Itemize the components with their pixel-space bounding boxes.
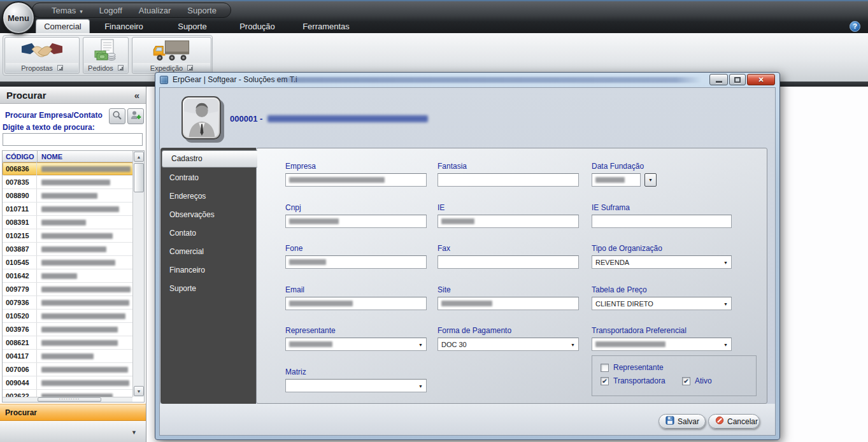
table-row[interactable]: 010520 <box>3 310 133 323</box>
vertical-scrollbar-thumb[interactable] <box>134 163 144 192</box>
close-button[interactable]: ✕ <box>747 74 775 85</box>
table-row[interactable]: 010545 <box>3 256 133 269</box>
dialog-titlebar[interactable]: ErpGear | Softgear - Soluções em T.i ✕ <box>155 73 779 87</box>
table-row[interactable]: 008391 <box>3 216 133 229</box>
table-row[interactable]: 004117 <box>3 350 133 363</box>
field-input-cnpj[interactable] <box>285 215 427 228</box>
menu-button[interactable]: Menu <box>2 1 35 34</box>
collapse-sidebar-button[interactable]: « <box>134 90 139 101</box>
dialog-launcher-icon[interactable] <box>57 65 63 71</box>
field-select-matriz[interactable]: ▼ <box>285 379 427 392</box>
minimize-icon <box>716 81 722 83</box>
table-row[interactable]: 008890 <box>3 189 133 203</box>
record-header: 000001 - <box>230 114 428 124</box>
save-button[interactable]: Salvar <box>658 414 706 429</box>
redacted-cell-nome <box>41 367 128 373</box>
ribbon-tab-ferramentas[interactable]: Ferramentas <box>288 19 364 34</box>
dialog-launcher-icon[interactable] <box>187 65 193 71</box>
table-row[interactable]: 003887 <box>3 243 133 256</box>
table-row[interactable]: 008621 <box>3 336 133 350</box>
table-row[interactable]: 007835 <box>3 176 133 189</box>
search-button[interactable] <box>109 108 125 124</box>
menu-item-atualizar[interactable]: Atualizar <box>139 6 171 15</box>
dialog-tab-financeiro[interactable]: Financeiro <box>160 261 256 280</box>
menu-item-logoff[interactable]: Logoff <box>99 6 122 15</box>
column-header-nome[interactable]: NOME <box>38 151 144 162</box>
cell-codigo: 008890 <box>3 189 37 202</box>
quick-access-toolbar: Temas▾LogoffAtualizarSuporte <box>32 3 231 18</box>
field-select-tabela-preco[interactable]: CLIENTE DIRETO▼ <box>592 297 732 310</box>
dialog-tab-contrato[interactable]: Contrato <box>160 169 256 187</box>
table-row[interactable]: 007936 <box>3 296 133 310</box>
menu-item-suporte[interactable]: Suporte <box>187 6 217 15</box>
dialog-launcher-icon[interactable] <box>118 65 124 71</box>
search-input[interactable] <box>3 133 143 146</box>
field-input-email[interactable] <box>285 297 427 310</box>
dialog-tab-cadastro[interactable]: Cadastro <box>162 150 257 168</box>
field-select-forma-pagamento[interactable]: DOC 30▼ <box>438 338 579 351</box>
ribbon-tab-comercial[interactable]: Comercial <box>36 19 90 34</box>
form-field-representante: Representante▼ <box>285 326 427 351</box>
dialog-tab-contato[interactable]: Contato <box>160 224 256 243</box>
form-field-tabela-preco: Tabela de PreçoCLIENTE DIRETO▼ <box>592 285 732 310</box>
dialog-tab-comercial[interactable]: Comercial <box>160 243 256 261</box>
checkbox-ativo[interactable]: ✔Ativo <box>682 376 712 385</box>
checkbox-transportadora[interactable]: ✔Transportadora <box>601 376 665 385</box>
field-input-data-fundacao[interactable] <box>592 173 641 187</box>
ribbon-tab-financeiro[interactable]: Financeiro <box>90 19 158 34</box>
application-window: Temas▾LogoffAtualizarSuporte ComercialFi… <box>0 0 868 442</box>
ribbon-button-pedidos[interactable]: Pedidos <box>83 37 129 74</box>
table-row[interactable]: 007006 <box>3 363 133 376</box>
redacted-cell-nome <box>41 327 118 332</box>
vertical-scrollbar[interactable]: ▲ ▼ <box>132 151 144 397</box>
field-input-site[interactable] <box>438 297 579 310</box>
ribbon-button-expedicao[interactable]: Expedição <box>132 37 211 74</box>
field-select-representante[interactable]: ▼ <box>285 338 427 351</box>
field-label-ie: IE <box>438 203 579 212</box>
add-contact-button[interactable] <box>127 108 144 124</box>
field-input-fax[interactable] <box>438 255 579 269</box>
maximize-button[interactable] <box>729 74 746 85</box>
field-select-tipo-organizacao[interactable]: REVENDA▼ <box>592 255 732 269</box>
table-row[interactable]: 003976 <box>3 323 133 336</box>
field-input-ie[interactable] <box>438 215 579 228</box>
horizontal-scrollbar-thumb[interactable]: ········· <box>38 397 101 402</box>
field-input-fone[interactable] <box>285 255 427 269</box>
chevron-down-icon[interactable]: ▼ <box>131 429 137 436</box>
table-row[interactable]: 010711 <box>3 203 133 216</box>
redacted-cell-nome <box>41 220 86 225</box>
table-row[interactable]: 009779 <box>3 283 133 296</box>
field-input-fantasia[interactable] <box>438 173 579 187</box>
chevron-down-icon: ▼ <box>723 302 728 306</box>
ribbon-tab-suporte[interactable]: Suporte <box>158 19 227 34</box>
column-header-codigo[interactable]: CÓDIGO <box>3 151 38 162</box>
sidebar-header: Procurar « <box>0 87 146 104</box>
dialog-tab-enderecos[interactable]: Endereços <box>160 187 256 206</box>
horizontal-scrollbar[interactable]: ········· <box>3 397 132 402</box>
table-row[interactable]: 006836 <box>3 162 133 176</box>
field-input-empresa[interactable] <box>285 173 427 187</box>
menu-item-temas[interactable]: Temas▾ <box>52 6 83 15</box>
ribbon-button-propostas[interactable]: Propostas <box>4 37 80 74</box>
accordion-procurar[interactable]: Procurar <box>0 404 146 421</box>
minimize-button[interactable] <box>709 74 728 85</box>
cell-codigo: 009044 <box>3 376 37 389</box>
scroll-down-button[interactable]: ▼ <box>134 386 144 396</box>
redacted-cell-nome <box>41 287 131 292</box>
table-row[interactable]: 010215 <box>3 229 133 243</box>
checkbox-representante[interactable]: Representante <box>601 363 664 372</box>
field-label-data-fundacao: Data Fundação <box>592 162 652 171</box>
scroll-up-button[interactable]: ▲ <box>134 152 144 162</box>
redacted-cell-nome <box>41 246 106 252</box>
field-select-transportadora-preferencial[interactable]: ▼ <box>592 338 732 351</box>
ribbon-tab-producao[interactable]: Produção <box>227 19 288 34</box>
help-icon[interactable]: ? <box>850 21 860 32</box>
dialog-tab-observacoes[interactable]: Observações <box>160 206 256 224</box>
table-row[interactable]: 009044 <box>3 376 133 390</box>
table-row[interactable]: 001642 <box>3 269 133 283</box>
field-input-ie-suframa[interactable] <box>592 215 732 228</box>
dialog-tab-suporte[interactable]: Suporte <box>160 280 256 298</box>
cell-codigo: 007936 <box>3 296 37 309</box>
cancel-button[interactable]: Cancelar <box>708 414 760 429</box>
date-dropdown-button[interactable]: ▼ <box>644 173 657 187</box>
